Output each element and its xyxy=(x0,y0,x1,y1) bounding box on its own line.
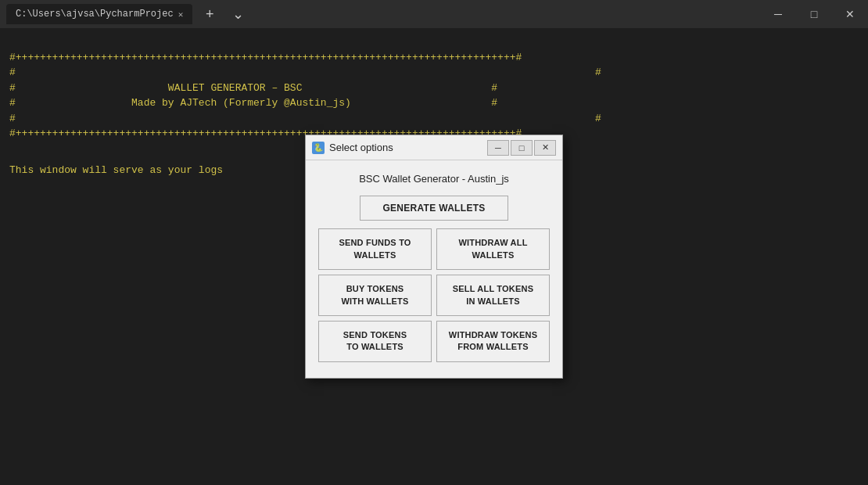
dialog: 🐍 Select options ─ □ ✕ BSC Wallet Genera… xyxy=(305,135,563,378)
author-line: # Made by AJTech (Formerly @Austin_js) # xyxy=(9,97,497,109)
border-top: #+++++++++++++++++++++++++++++++++++++++… xyxy=(9,52,522,63)
withdraw-all-button[interactable]: WITHDRAW ALL WALLETS xyxy=(436,228,550,270)
generate-wallets-button[interactable]: GENERATE WALLETS xyxy=(360,196,508,221)
dialog-subtitle: BSC Wallet Generator - Austin_js xyxy=(359,173,509,185)
dialog-maximize-button[interactable]: □ xyxy=(511,140,533,156)
new-tab-button[interactable]: + xyxy=(199,3,221,25)
buy-tokens-button[interactable]: BUY TOKENSWITH WALLETS xyxy=(318,275,432,316)
withdraw-tokens-button[interactable]: WITHDRAW TOKENSFROM WALLETS xyxy=(436,321,550,362)
dialog-minimize-button[interactable]: ─ xyxy=(487,140,509,156)
close-tab-icon[interactable]: ✕ xyxy=(178,9,184,20)
dialog-icon-symbol: 🐍 xyxy=(314,143,323,152)
titlebar-left: C:\Users\ajvsa\PycharmProjec ✕ + ⌄ xyxy=(6,3,249,25)
sell-all-button[interactable]: SELL ALL TOKENSIN WALLETS xyxy=(436,275,550,316)
titlebar: C:\Users\ajvsa\PycharmProjec ✕ + ⌄ ─ □ ✕ xyxy=(0,0,868,28)
dialog-titlebar: 🐍 Select options ─ □ ✕ xyxy=(306,135,562,160)
action-buttons-grid: SEND FUNDS TO WALLETS WITHDRAW ALL WALLE… xyxy=(318,228,550,361)
empty-line-1: # # xyxy=(9,66,601,78)
dialog-title-text: Select options xyxy=(329,142,393,153)
titlebar-controls: ─ □ ✕ xyxy=(760,0,868,28)
title-line: # WALLET GENERATOR – BSC # xyxy=(9,82,497,94)
dialog-title-left: 🐍 Select options xyxy=(312,142,393,154)
tab-label: C:\Users\ajvsa\PycharmProjec xyxy=(16,9,174,20)
maximize-button[interactable]: □ xyxy=(796,0,832,28)
terminal-tab[interactable]: C:\Users\ajvsa\PycharmProjec ✕ xyxy=(6,4,192,24)
dialog-controls: ─ □ ✕ xyxy=(487,140,556,156)
dropdown-button[interactable]: ⌄ xyxy=(227,3,249,25)
dialog-icon: 🐍 xyxy=(312,142,325,154)
minimize-button[interactable]: ─ xyxy=(760,0,796,28)
dialog-body: BSC Wallet Generator - Austin_js GENERAT… xyxy=(306,160,562,377)
dialog-close-button[interactable]: ✕ xyxy=(534,140,556,156)
send-tokens-button[interactable]: SEND TOKENSTO WALLETS xyxy=(318,321,432,362)
close-button[interactable]: ✕ xyxy=(832,0,868,28)
empty-line-2: # # xyxy=(9,113,601,124)
send-funds-button[interactable]: SEND FUNDS TO WALLETS xyxy=(318,228,432,270)
